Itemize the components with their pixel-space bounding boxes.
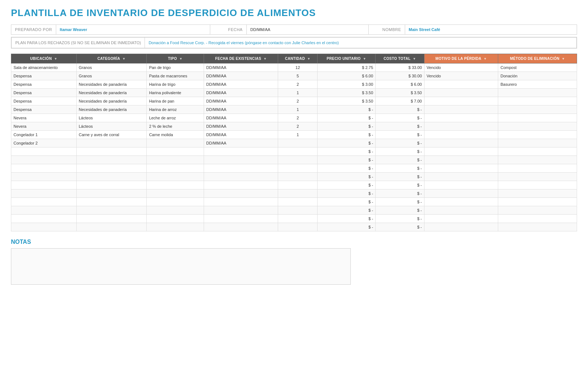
cell-location[interactable] (11, 156, 77, 164)
cell-category[interactable] (76, 189, 147, 198)
cell-stock_date[interactable]: DD/MM/AA (204, 89, 278, 97)
cell-type[interactable]: Carne molida (147, 131, 204, 139)
cell-stock_date[interactable]: DD/MM/AA (204, 72, 278, 80)
cell-type[interactable]: Pasta de macarrones (147, 72, 204, 80)
cell-category[interactable]: Lácteos (76, 114, 147, 122)
cell-unit-price[interactable]: $ 3.50 (318, 89, 376, 97)
cell-disposal_method[interactable] (498, 215, 577, 223)
cell-total-cost[interactable]: $ - (376, 131, 424, 139)
cell-type[interactable] (147, 223, 204, 231)
cell-quantity[interactable] (278, 181, 318, 189)
cell-location[interactable] (11, 147, 77, 156)
cell-disposal_method[interactable] (498, 147, 577, 156)
cell-loss_reason[interactable] (424, 189, 498, 198)
cell-unit-price[interactable]: $ - (318, 206, 376, 215)
cell-total-cost[interactable]: $ - (376, 223, 424, 231)
cell-loss_reason[interactable] (424, 173, 498, 181)
cell-category[interactable] (76, 198, 147, 206)
cell-category[interactable]: Necesidades de panadería (76, 97, 147, 105)
cell-location[interactable]: Congelador 1 (11, 131, 77, 139)
cell-stock_date[interactable] (204, 223, 278, 231)
cell-disposal_method[interactable] (498, 223, 577, 231)
cell-disposal_method[interactable] (498, 181, 577, 189)
cell-loss_reason[interactable] (424, 147, 498, 156)
cell-disposal_method[interactable] (498, 164, 577, 173)
cell-category[interactable] (76, 173, 147, 181)
cell-location[interactable]: Despensa (11, 80, 77, 89)
cell-location[interactable]: Sala de almacenamiento (11, 64, 77, 72)
cell-location[interactable] (11, 181, 77, 189)
cell-location[interactable]: Despensa (11, 72, 77, 80)
cell-location[interactable]: Nevera (11, 122, 77, 131)
cell-quantity[interactable] (278, 223, 318, 231)
cell-disposal_method[interactable] (498, 198, 577, 206)
cell-quantity[interactable]: 1 (278, 89, 318, 97)
cell-type[interactable] (147, 198, 204, 206)
cell-total-cost[interactable]: $ 30.00 (376, 72, 424, 80)
cell-category[interactable] (76, 164, 147, 173)
cell-stock_date[interactable] (204, 181, 278, 189)
cell-stock_date[interactable] (204, 147, 278, 156)
cell-stock_date[interactable]: DD/MM/AA (204, 114, 278, 122)
cell-type[interactable]: Pan de trigo (147, 64, 204, 72)
cell-unit-price[interactable]: $ - (318, 156, 376, 164)
cell-location[interactable]: Despensa (11, 89, 77, 97)
cell-category[interactable] (76, 223, 147, 231)
cell-type[interactable]: Harina de pan (147, 97, 204, 105)
cell-loss_reason[interactable] (424, 156, 498, 164)
cell-stock_date[interactable] (204, 164, 278, 173)
cell-loss_reason[interactable]: Vencido (424, 72, 498, 80)
cell-stock_date[interactable] (204, 198, 278, 206)
cell-disposal_method[interactable] (498, 114, 577, 122)
cell-unit-price[interactable]: $ - (318, 131, 376, 139)
cell-total-cost[interactable]: $ - (376, 206, 424, 215)
cell-location[interactable]: Nevera (11, 114, 77, 122)
cell-unit-price[interactable]: $ 2.75 (318, 64, 376, 72)
cell-unit-price[interactable]: $ - (318, 173, 376, 181)
cell-unit-price[interactable]: $ - (318, 164, 376, 173)
cell-quantity[interactable]: 1 (278, 105, 318, 114)
cell-disposal_method[interactable] (498, 122, 577, 131)
cell-type[interactable]: Harina polivalente (147, 89, 204, 97)
cell-location[interactable] (11, 206, 77, 215)
cell-loss_reason[interactable] (424, 215, 498, 223)
rejection-value[interactable]: Donación a Food Rescue Corp. - Recogida … (145, 38, 577, 48)
cell-stock_date[interactable]: DD/MM/AA (204, 97, 278, 105)
cell-unit-price[interactable]: $ - (318, 105, 376, 114)
cell-loss_reason[interactable] (424, 223, 498, 231)
cell-category[interactable] (76, 147, 147, 156)
cell-location[interactable] (11, 215, 77, 223)
cell-type[interactable] (147, 139, 204, 147)
cell-disposal_method[interactable] (498, 131, 577, 139)
cell-loss_reason[interactable] (424, 181, 498, 189)
cell-stock_date[interactable]: DD/MM/AA (204, 105, 278, 114)
cell-stock_date[interactable]: DD/MM/AA (204, 80, 278, 89)
cell-total-cost[interactable]: $ - (376, 189, 424, 198)
cell-disposal_method[interactable] (498, 189, 577, 198)
cell-quantity[interactable]: 1 (278, 131, 318, 139)
cell-location[interactable] (11, 223, 77, 231)
cell-type[interactable] (147, 147, 204, 156)
cell-category[interactable] (76, 206, 147, 215)
cell-total-cost[interactable]: $ 7.00 (376, 97, 424, 105)
cell-category[interactable]: Necesidades de panadería (76, 80, 147, 89)
cell-type[interactable] (147, 164, 204, 173)
cell-quantity[interactable]: 2 (278, 97, 318, 105)
cell-quantity[interactable] (278, 215, 318, 223)
cell-total-cost[interactable]: $ - (376, 105, 424, 114)
cell-location[interactable] (11, 164, 77, 173)
cell-total-cost[interactable]: $ 33.00 (376, 64, 424, 72)
cell-total-cost[interactable]: $ - (376, 173, 424, 181)
cell-unit-price[interactable]: $ - (318, 114, 376, 122)
cell-loss_reason[interactable] (424, 97, 498, 105)
cell-unit-price[interactable]: $ 6.00 (318, 72, 376, 80)
cell-type[interactable]: Harina de trigo (147, 80, 204, 89)
cell-quantity[interactable]: 2 (278, 80, 318, 89)
cell-unit-price[interactable]: $ - (318, 223, 376, 231)
cell-unit-price[interactable]: $ - (318, 181, 376, 189)
cell-location[interactable]: Congelador 2 (11, 139, 77, 147)
cell-category[interactable]: Carne y aves de corral (76, 131, 147, 139)
cell-quantity[interactable] (278, 139, 318, 147)
cell-total-cost[interactable]: $ - (376, 156, 424, 164)
cell-category[interactable]: Lácteos (76, 122, 147, 131)
